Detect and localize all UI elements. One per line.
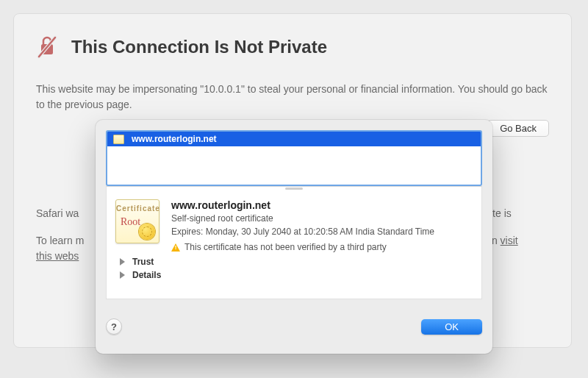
trust-expander[interactable]: Trust [115, 252, 473, 267]
trust-expander-label: Trust [132, 257, 154, 267]
help-button[interactable]: ? [106, 318, 122, 335]
chevron-right-icon [120, 258, 125, 265]
chevron-right-icon [120, 271, 125, 279]
certificate-dialog: www.routerlogin.net Certificate Root www… [96, 120, 492, 354]
visit-website-link-continued[interactable]: this webs [36, 250, 79, 262]
warning-title: This Connection Is Not Private [71, 37, 327, 57]
visit-website-link[interactable]: visit [501, 235, 518, 246]
certificate-seal-icon [139, 224, 155, 240]
certificate-subtitle: Self-signed root certificate [171, 213, 434, 224]
certificate-list-item-label: www.routerlogin.net [132, 134, 217, 144]
certificate-mini-icon [113, 135, 124, 144]
certificate-icon-root: Root [121, 216, 140, 228]
certificate-icon-label: Certificate [116, 204, 159, 213]
text-fragment: To learn m [36, 235, 84, 246]
text-fragment: Safari wa [36, 207, 79, 219]
details-expander[interactable]: Details [115, 267, 473, 280]
certificate-expiry: Expires: Monday, 30 July 2040 at 10:20:5… [171, 226, 434, 238]
certificate-details-panel: Certificate Root www.routerlogin.net Sel… [106, 190, 482, 299]
dialog-footer: ? OK [96, 299, 492, 354]
certificate-chain-list[interactable]: www.routerlogin.net [106, 130, 482, 186]
certificate-title: www.routerlogin.net [171, 199, 434, 211]
certificate-list-item-selected[interactable]: www.routerlogin.net [107, 132, 481, 146]
go-back-button[interactable]: Go Back [487, 120, 549, 137]
ok-button[interactable]: OK [421, 319, 482, 335]
certificate-large-icon: Certificate Root [115, 199, 159, 243]
warning-description: This website may be impersonating "10.0.… [36, 82, 549, 113]
certificate-verify-warning: This certificate has not been verified b… [171, 242, 434, 252]
certificate-verify-warning-text: This certificate has not been verified b… [184, 242, 387, 252]
details-expander-label: Details [132, 270, 161, 280]
warning-header: This Connection Is Not Private [36, 35, 549, 60]
warning-triangle-icon [171, 243, 180, 252]
lock-slash-icon [36, 35, 58, 60]
